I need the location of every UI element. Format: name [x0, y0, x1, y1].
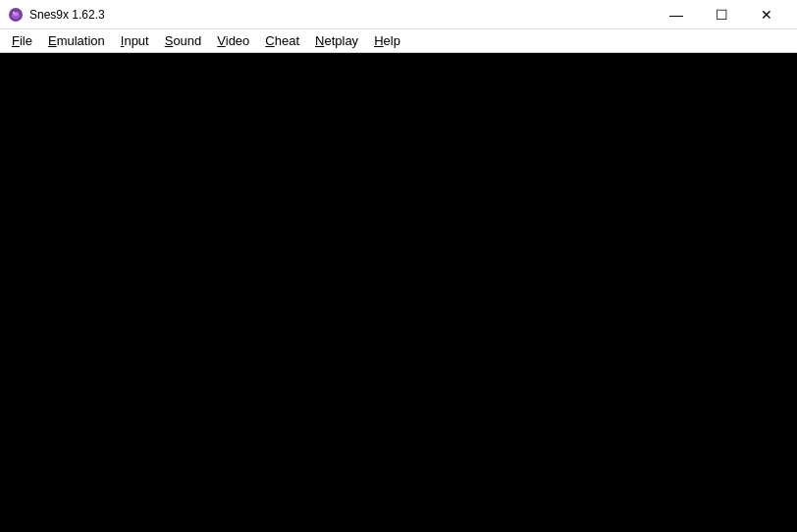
title-bar-controls: — ☐ ✕ — [654, 0, 789, 29]
menu-item-file-label: File — [12, 33, 32, 48]
menu-item-sound[interactable]: Sound — [157, 30, 210, 52]
menu-item-file[interactable]: File — [4, 30, 40, 52]
menu-item-emulation[interactable]: Emulation — [40, 30, 113, 52]
maximize-button[interactable]: ☐ — [699, 0, 744, 29]
menu-item-input-label: Input — [121, 33, 149, 48]
main-content — [0, 53, 797, 532]
title-bar: Snes9x 1.62.3 — ☐ ✕ — [0, 0, 797, 29]
menu-item-video[interactable]: Video — [209, 30, 257, 52]
menu-item-emulation-label: Emulation — [48, 33, 105, 48]
title-bar-left: Snes9x 1.62.3 — [8, 7, 105, 23]
menu-item-sound-label: Sound — [165, 33, 202, 48]
menu-item-cheat[interactable]: Cheat — [257, 30, 307, 52]
menu-item-help[interactable]: Help — [366, 30, 408, 52]
menu-item-input[interactable]: Input — [113, 30, 157, 52]
menu-item-netplay[interactable]: Netplay — [307, 30, 366, 52]
menu-bar: File Emulation Input Sound Video Cheat N… — [0, 29, 797, 53]
menu-item-cheat-label: Cheat — [265, 33, 299, 48]
menu-item-netplay-label: Netplay — [315, 33, 358, 48]
menu-item-help-label: Help — [374, 33, 400, 48]
app-icon — [8, 7, 24, 23]
svg-point-3 — [13, 12, 15, 14]
minimize-button[interactable]: — — [654, 0, 699, 29]
close-button[interactable]: ✕ — [744, 0, 789, 29]
menu-item-video-label: Video — [217, 33, 249, 48]
window-title: Snes9x 1.62.3 — [29, 8, 105, 22]
